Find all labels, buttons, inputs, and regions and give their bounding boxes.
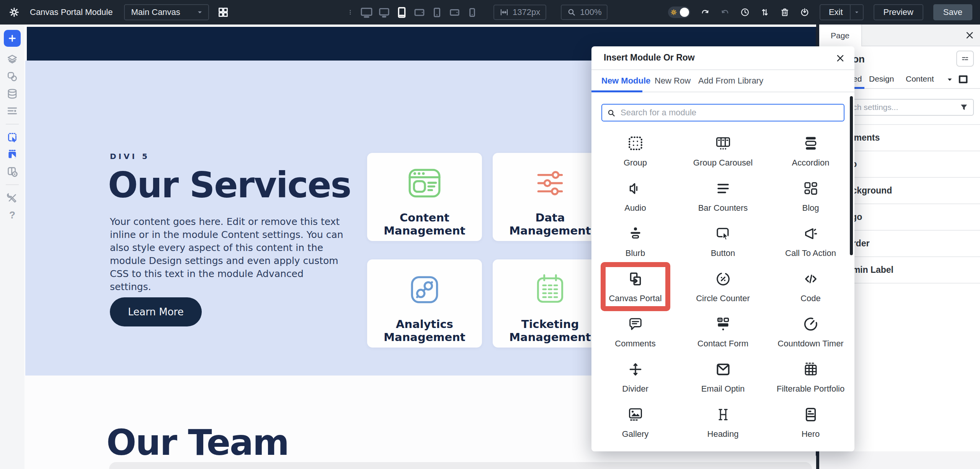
module-item-circle-counter[interactable]: Circle Counter bbox=[679, 257, 767, 302]
portability-icon[interactable] bbox=[800, 7, 810, 17]
filter-funnel-icon[interactable] bbox=[959, 103, 969, 112]
design-shapes-icon[interactable] bbox=[6, 71, 18, 83]
canvas-selector-dropdown[interactable]: Main Canvas bbox=[124, 4, 209, 20]
insert-module-filled-icon[interactable] bbox=[6, 148, 18, 161]
module-item-blog[interactable]: Blog bbox=[767, 166, 854, 212]
exit-button[interactable]: Exit bbox=[820, 4, 864, 20]
builder-mode-toggle[interactable] bbox=[668, 7, 690, 18]
module-label: Heading bbox=[707, 429, 739, 439]
sidebar-divider bbox=[6, 124, 19, 125]
settings-tab-design[interactable]: Design bbox=[869, 71, 894, 87]
exit-chevron-icon[interactable] bbox=[850, 4, 863, 20]
device-desktop-icon[interactable] bbox=[377, 6, 391, 19]
service-card-data-management[interactable]: Data Management bbox=[493, 153, 608, 241]
tabs-caret-icon[interactable] bbox=[946, 76, 953, 83]
module-item-code[interactable]: Code bbox=[767, 257, 854, 302]
panel-tab-label: Page bbox=[831, 31, 849, 40]
layers-icon[interactable] bbox=[6, 53, 18, 66]
module-item-divider[interactable]: Divider bbox=[591, 347, 679, 392]
insert-module-outline-icon[interactable] bbox=[6, 131, 18, 143]
module-item-bar-counters[interactable]: Bar Counters bbox=[679, 166, 767, 212]
grid-eye-icon[interactable] bbox=[6, 166, 18, 178]
device-phone-icon[interactable] bbox=[430, 6, 444, 19]
presets-icon[interactable] bbox=[956, 51, 974, 67]
zoom-field[interactable]: 100% bbox=[561, 5, 608, 20]
module-item-comments[interactable]: Comments bbox=[591, 302, 679, 347]
preview-button[interactable]: Preview bbox=[874, 4, 923, 20]
learn-more-button[interactable]: Learn More bbox=[110, 297, 202, 326]
document-title: Canvas Portal Module bbox=[30, 7, 113, 17]
list-settings-icon[interactable] bbox=[6, 105, 18, 117]
module-item-email-optin[interactable]: Email Optin bbox=[679, 347, 767, 392]
module-item-contact-form[interactable]: Contact Form bbox=[679, 302, 767, 347]
undo-icon[interactable] bbox=[700, 7, 710, 17]
more-options-kebab-icon[interactable] bbox=[348, 7, 353, 18]
sidebar-divider bbox=[6, 184, 19, 185]
device-tablet-icon[interactable] bbox=[395, 6, 408, 19]
modal-tab-new-row[interactable]: New Row bbox=[655, 70, 691, 92]
builder-left-sidebar: ? bbox=[0, 25, 24, 469]
module-item-heading[interactable]: Heading bbox=[679, 392, 767, 438]
settings-tab-content[interactable]: Content bbox=[906, 71, 934, 87]
frame-square-icon[interactable] bbox=[957, 74, 969, 85]
code-icon bbox=[802, 271, 819, 287]
hero-body-text[interactable]: Your content goes here. Edit or remove t… bbox=[110, 215, 347, 294]
panel-bottom-area bbox=[819, 451, 980, 469]
module-label: Hero bbox=[802, 429, 820, 439]
layout-grid-icon[interactable] bbox=[217, 7, 229, 18]
canvas-portal-icon bbox=[627, 271, 644, 287]
module-item-group-carousel[interactable]: Group Carousel bbox=[679, 121, 767, 166]
module-item-countdown-timer[interactable]: Countdown Timer bbox=[767, 302, 854, 347]
hero-heading[interactable]: Our Services bbox=[108, 165, 351, 206]
module-item-hero[interactable]: Hero bbox=[767, 392, 854, 438]
button-icon bbox=[715, 225, 732, 242]
modal-tab-add-from-library[interactable]: Add From Library bbox=[698, 70, 763, 92]
device-phone-small-icon[interactable] bbox=[466, 6, 479, 19]
service-card-ticketing-management[interactable]: Ticketing Management bbox=[493, 259, 608, 348]
device-desktop-large-icon[interactable] bbox=[360, 6, 373, 19]
toggle-knob bbox=[680, 8, 689, 17]
hero-icon bbox=[802, 406, 819, 423]
history-clock-icon[interactable] bbox=[740, 7, 750, 17]
database-icon[interactable] bbox=[6, 88, 18, 100]
device-phone-landscape-icon[interactable] bbox=[448, 6, 461, 19]
module-item-canvas-portal[interactable]: Canvas Portal bbox=[591, 257, 679, 302]
service-card-analytics-management[interactable]: Analytics Management bbox=[367, 259, 482, 348]
save-button[interactable]: Save bbox=[933, 4, 972, 20]
module-item-filterable-portfolio[interactable]: Filterable Portfolio bbox=[767, 347, 854, 392]
panel-close-icon[interactable] bbox=[965, 30, 975, 40]
builder-toolbar: Canvas Portal Module Main Canvas 1372px … bbox=[0, 0, 980, 25]
module-item-blurb[interactable]: Blurb bbox=[591, 212, 679, 257]
width-arrows-icon bbox=[500, 8, 509, 17]
modal-tab-new-module[interactable]: New Module bbox=[601, 70, 650, 92]
module-item-button[interactable]: Button bbox=[679, 212, 767, 257]
blurb-icon bbox=[627, 225, 644, 242]
trash-icon[interactable] bbox=[780, 7, 790, 17]
filterable-portfolio-icon bbox=[802, 361, 819, 378]
module-item-call-to-action[interactable]: Call To Action bbox=[767, 212, 854, 257]
module-item-group[interactable]: Group bbox=[591, 121, 679, 166]
redo-icon[interactable] bbox=[720, 7, 730, 17]
builder-gear-icon[interactable] bbox=[8, 7, 20, 18]
module-search-input[interactable] bbox=[602, 105, 844, 121]
team-heading[interactable]: Our Team bbox=[106, 422, 289, 463]
service-card-label: Ticketing Management bbox=[508, 318, 592, 344]
service-card-label: Analytics Management bbox=[382, 318, 467, 344]
zoom-magnifier-icon bbox=[567, 8, 576, 17]
modal-scrollbar[interactable] bbox=[850, 96, 853, 255]
modal-title: Insert Module Or Row bbox=[604, 52, 695, 63]
service-card-content-management[interactable]: Content Management bbox=[367, 153, 482, 241]
tools-wrench-icon[interactable] bbox=[6, 192, 18, 204]
sort-arrows-icon[interactable] bbox=[760, 7, 770, 17]
canvas-width-field[interactable]: 1372px bbox=[493, 5, 546, 20]
modal-close-icon[interactable] bbox=[835, 53, 845, 63]
panel-tab-page[interactable]: Page bbox=[819, 25, 862, 46]
module-item-audio[interactable]: Audio bbox=[591, 166, 679, 212]
audio-icon bbox=[627, 180, 644, 197]
search-icon bbox=[607, 108, 616, 118]
module-item-accordion[interactable]: Accordion bbox=[767, 121, 854, 166]
help-icon[interactable]: ? bbox=[6, 209, 18, 221]
device-tablet-landscape-icon[interactable] bbox=[413, 6, 426, 19]
module-item-gallery[interactable]: Gallery bbox=[591, 392, 679, 438]
add-plus-icon[interactable] bbox=[4, 30, 21, 47]
